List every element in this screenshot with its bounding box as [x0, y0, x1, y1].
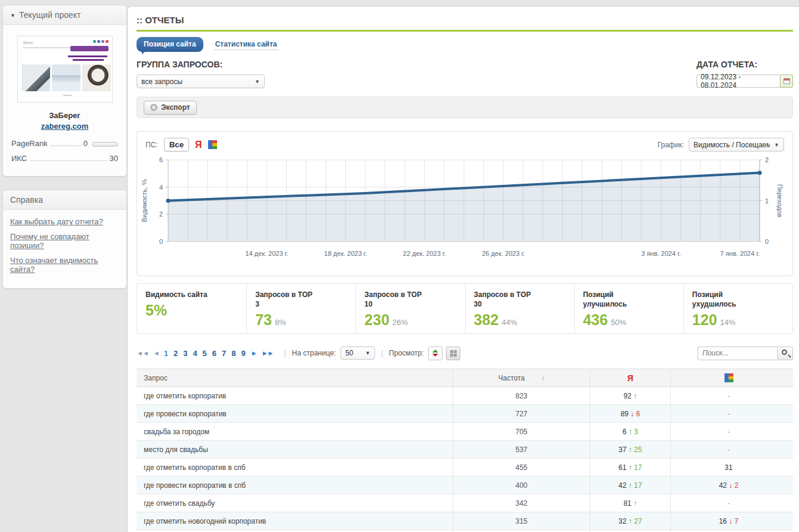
- svg-text:4: 4: [159, 184, 163, 191]
- stat-value: 230: [364, 311, 389, 328]
- help-link-1[interactable]: Как выбрать дату отчета?: [10, 217, 119, 226]
- svg-text:0: 0: [159, 238, 163, 245]
- tab-site-position[interactable]: Позиция сайта: [137, 37, 203, 52]
- pager-row: ◄◄ ◄ 123456789 ► ►► | На странице: 50 ▼ …: [137, 345, 793, 361]
- stat-share: 26%: [392, 318, 408, 327]
- view-grid-button[interactable]: [446, 347, 460, 360]
- table-row[interactable]: где отметить корпоратив в спб45561 ↑ 173…: [137, 459, 793, 477]
- page-number-1[interactable]: 1: [164, 349, 168, 358]
- stat-cell: Запросов в TOP 1023026%: [355, 284, 464, 333]
- table-row[interactable]: свадьба за городом7056 ↑ 3-: [137, 423, 793, 441]
- queries-table: Запрос Частота↑ Я где отметить корпорати…: [137, 369, 793, 532]
- calendar-button[interactable]: [780, 75, 793, 88]
- svg-text:Видимость, %: Видимость, %: [141, 179, 148, 222]
- export-toolbar: Экспорт: [137, 97, 793, 118]
- page-number-8[interactable]: 8: [231, 349, 236, 358]
- yandex-position-cell: 6 ↑ 3: [590, 423, 670, 441]
- svg-text:2: 2: [159, 211, 163, 218]
- page-number-7[interactable]: 7: [222, 349, 226, 358]
- graph-type-select[interactable]: Видимость / Посещаемость ▼: [689, 138, 784, 151]
- table-row[interactable]: где отметить новогодний корпоратив31532 …: [137, 512, 793, 530]
- help-card: Справка Как выбрать дату отчета?Почему н…: [2, 190, 127, 289]
- frequency-cell: 823: [453, 387, 590, 405]
- header-query[interactable]: Запрос: [137, 374, 453, 382]
- report-date-input[interactable]: 09.12.2023 - 08.01.2024: [696, 75, 780, 88]
- table-header: Запрос Частота↑ Я: [137, 369, 793, 387]
- frequency-cell: 400: [453, 477, 590, 494]
- svg-text:26 дек. 2023 г.: 26 дек. 2023 г.: [482, 250, 525, 257]
- help-header: Справка: [3, 190, 126, 210]
- graph-type-label: График:: [658, 141, 684, 149]
- header-frequency[interactable]: Частота↑: [453, 369, 590, 387]
- title-rule: [137, 30, 793, 32]
- stat-label: Видимость сайта: [145, 290, 208, 299]
- project-thumbnail[interactable]: Элис: [17, 36, 113, 103]
- next-page-icon[interactable]: ►: [251, 349, 257, 357]
- prev-page-icon[interactable]: ◄: [153, 349, 159, 357]
- query-cell: где отметить корпоратив: [137, 392, 453, 400]
- table-row[interactable]: где отметить свадьбу34281 ↑-: [137, 494, 793, 512]
- current-project-card: ▼Текущий проект Элис ЗаБерег zabereg.com…: [2, 5, 127, 177]
- query-cell: где провести корпоратив: [137, 410, 453, 418]
- tabs: Позиция сайта Статистика сайта: [137, 37, 793, 52]
- stat-cell: Видимость сайта5%: [137, 284, 246, 333]
- stat-share: 50%: [611, 318, 626, 327]
- page-number-2[interactable]: 2: [174, 349, 178, 358]
- current-project-header[interactable]: ▼Текущий проект: [3, 5, 126, 25]
- help-link-2[interactable]: Почему не совпадают позиции?: [10, 232, 119, 250]
- search-icon: [782, 349, 787, 355]
- stat-cell: Запросов в TOP 3738%: [246, 284, 355, 333]
- site-banner: [70, 46, 109, 51]
- stat-label: Запросов в TOP 30: [474, 290, 537, 309]
- svg-text:3 янв. 2024 г.: 3 янв. 2024 г.: [641, 250, 680, 257]
- query-cell: где отметить свадьбу: [137, 499, 453, 508]
- se-all-button[interactable]: Все: [164, 138, 189, 151]
- last-page-icon[interactable]: ►►: [262, 349, 274, 357]
- table-row[interactable]: где провести корпоратив в спб40042 ↑ 174…: [137, 477, 793, 494]
- table-row[interactable]: где отметить корпоратив82392 ↑-: [137, 387, 793, 405]
- google-position-cell: -: [670, 494, 786, 512]
- stat-label: Позиций ухудшилось: [692, 290, 755, 309]
- view-positions-button[interactable]: [428, 347, 442, 360]
- frequency-cell: 455: [453, 459, 590, 477]
- per-page-select[interactable]: 50 ▼: [340, 347, 375, 360]
- query-group-select[interactable]: все запросы ▼: [137, 75, 265, 88]
- first-page-icon[interactable]: ◄◄: [137, 349, 148, 357]
- tab-site-statistics[interactable]: Статистика сайта: [214, 37, 278, 50]
- header-google[interactable]: [670, 369, 786, 387]
- stat-cell: Позиций ухудшилось12014%: [683, 284, 792, 333]
- project-domain-link[interactable]: zabereg.com: [41, 122, 88, 131]
- current-project-title: Текущий проект: [19, 10, 81, 20]
- google-icon[interactable]: [208, 140, 217, 149]
- stat-share: 8%: [275, 318, 286, 327]
- export-button[interactable]: Экспорт: [144, 101, 197, 115]
- header-yandex[interactable]: Я: [590, 369, 670, 387]
- page-number-5[interactable]: 5: [203, 349, 207, 358]
- stat-value: 436: [583, 311, 608, 328]
- page-number-4[interactable]: 4: [193, 349, 197, 358]
- table-row[interactable]: место для свадьбы53737 ↑ 25-: [137, 441, 793, 459]
- site-logo: Элис: [23, 40, 34, 45]
- frequency-cell: 727: [453, 405, 590, 423]
- page-number-3[interactable]: 3: [183, 349, 187, 358]
- stats-row: Видимость сайта5%Запросов в TOP 3738%Зап…: [137, 283, 793, 334]
- svg-text:2: 2: [765, 156, 769, 163]
- query-cell: где отметить корпоратив в спб: [137, 463, 453, 472]
- yandex-position-cell: 89 ↓ 6: [590, 405, 670, 423]
- stat-share: 14%: [720, 318, 736, 327]
- yandex-position-cell: 42 ↑ 17: [590, 477, 670, 494]
- help-link-3[interactable]: Что означает видимость сайта?: [10, 256, 119, 274]
- google-position-cell: -: [670, 441, 786, 459]
- search-input[interactable]: [698, 347, 778, 360]
- stat-value: 5%: [145, 302, 167, 318]
- svg-text:22 дек. 2023 г.: 22 дек. 2023 г.: [403, 250, 446, 257]
- query-cell: где отметить новогодний корпоратив: [137, 517, 453, 525]
- yandex-icon[interactable]: Я: [195, 140, 202, 150]
- page-number-6[interactable]: 6: [212, 349, 216, 358]
- stat-value: 73: [255, 311, 272, 328]
- table-row[interactable]: где провести корпоратив72789 ↓ 6-: [137, 405, 793, 423]
- google-position-cell: -: [670, 405, 786, 423]
- yandex-position-cell: 32 ↑ 27: [590, 512, 670, 530]
- page-number-9[interactable]: 9: [241, 349, 246, 358]
- search-button[interactable]: [778, 347, 793, 360]
